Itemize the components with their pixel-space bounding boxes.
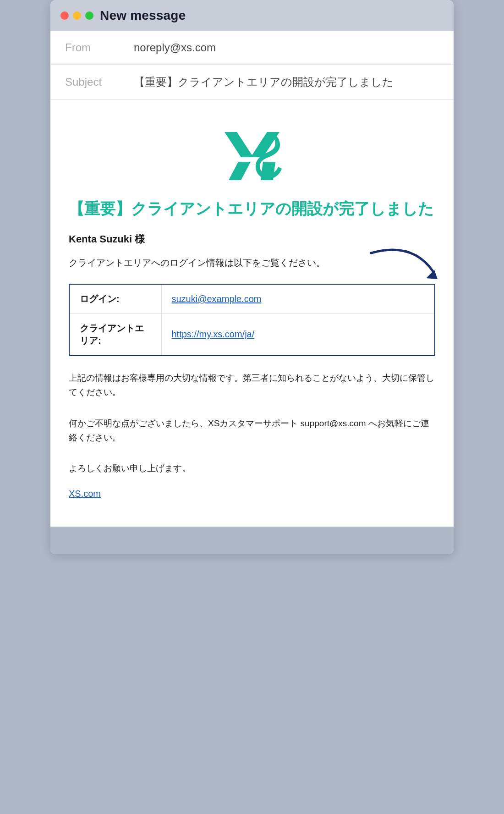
red-dot[interactable] <box>60 11 69 20</box>
subject-label: Subject <box>65 76 134 88</box>
client-area-label: クライアントエリア: <box>70 314 161 355</box>
signature: XS.com <box>69 489 435 499</box>
note-text: 上記の情報はお客様専用の大切な情報です。第三者に知られることがないよう、大切に保… <box>69 371 435 400</box>
login-row: ログイン: suzuki@example.com <box>70 285 434 314</box>
subject-value: 【重要】クライアントエリアの開設が完了しました <box>134 75 394 89</box>
login-label: ログイン: <box>70 285 161 314</box>
svg-marker-2 <box>229 162 251 180</box>
email-window: New message From noreply@xs.com Subject … <box>50 0 454 554</box>
closing-text: よろしくお願い申し上げます。 <box>69 461 435 475</box>
from-row: From noreply@xs.com <box>50 31 454 65</box>
signature-link[interactable]: XS.com <box>69 489 101 499</box>
from-label: From <box>65 41 134 54</box>
window-title: New message <box>100 8 186 23</box>
yellow-dot[interactable] <box>73 11 81 20</box>
login-value: suzuki@example.com <box>161 285 434 314</box>
support-text: 何かご不明な点がございましたら、XSカスタマーサポート support@xs.c… <box>69 416 435 445</box>
green-dot[interactable] <box>85 11 93 20</box>
subject-row: Subject 【重要】クライアントエリアの開設が完了しました <box>50 65 454 99</box>
bottom-bar <box>50 527 454 554</box>
email-body: 【重要】クライアントエリアの開設が完了しました Kenta Suzuki 様 ク… <box>50 100 454 527</box>
greeting: Kenta Suzuki 様 <box>69 232 435 246</box>
email-header: From noreply@xs.com Subject 【重要】クライアントエリ… <box>50 31 454 100</box>
title-bar: New message <box>50 0 454 31</box>
xs-logo <box>222 132 282 180</box>
info-table-wrapper: ログイン: suzuki@example.com クライアントエリア: http… <box>69 284 435 356</box>
svg-marker-0 <box>225 132 253 157</box>
from-value: noreply@xs.com <box>134 41 216 54</box>
client-area-value: https://my.xs.com/ja/ <box>161 314 434 355</box>
login-link[interactable]: suzuki@example.com <box>172 294 262 304</box>
client-area-row: クライアントエリア: https://my.xs.com/ja/ <box>70 314 434 355</box>
traffic-lights <box>60 11 93 20</box>
arrow-annotation <box>367 246 440 283</box>
intro-section: クライアントエリアへのログイン情報は以下をご覧ください。 <box>69 255 435 270</box>
client-area-link[interactable]: https://my.xs.com/ja/ <box>172 329 255 339</box>
logo-area <box>69 118 435 198</box>
info-table: ログイン: suzuki@example.com クライアントエリア: http… <box>70 285 434 355</box>
email-heading: 【重要】クライアントエリアの開設が完了しました <box>69 198 435 220</box>
